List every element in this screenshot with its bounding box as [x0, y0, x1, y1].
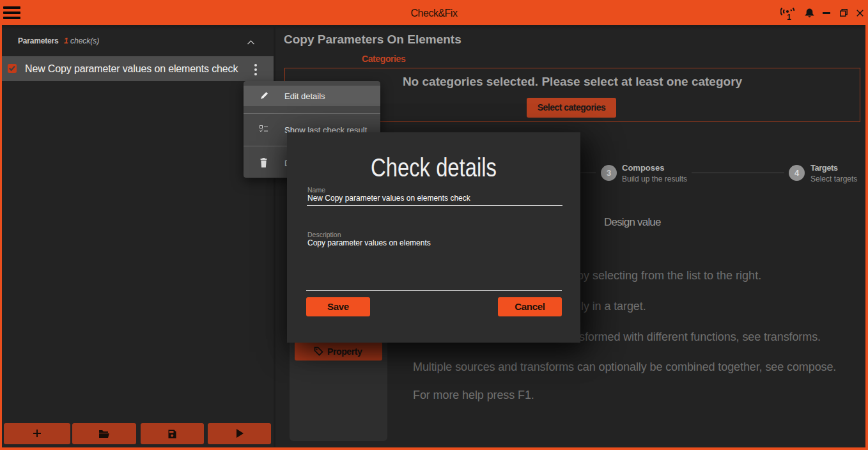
svg-text:1: 1: [787, 13, 791, 20]
